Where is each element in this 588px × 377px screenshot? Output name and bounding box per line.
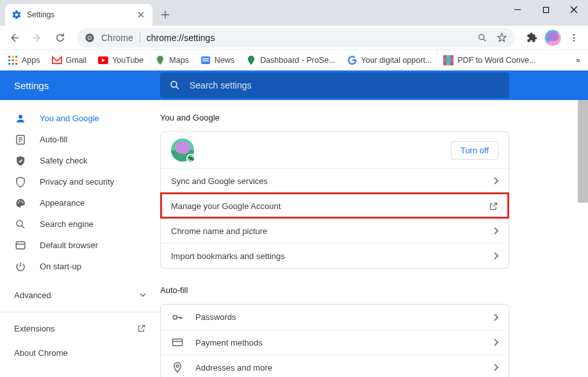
maximize-button[interactable]	[532, 0, 560, 19]
settings-title: Settings	[0, 80, 160, 91]
nav-privacy[interactable]: Privacy and security	[0, 171, 160, 192]
bookmark-dashboard[interactable]: Dashboard - ProSe...	[246, 55, 335, 65]
turn-off-button[interactable]: Turn off	[451, 141, 498, 160]
menu-icon[interactable]	[564, 28, 584, 48]
dashboard-icon	[246, 55, 256, 65]
advanced-label: Advanced	[14, 290, 51, 300]
bookmark-label: YouTube	[112, 56, 143, 65]
apps-shortcut[interactable]: Apps	[8, 55, 40, 65]
search-icon	[169, 80, 181, 91]
settings-search-input[interactable]	[190, 80, 500, 90]
svg-rect-0	[543, 7, 548, 12]
nav-startup[interactable]: On start-up	[0, 256, 160, 277]
sync-badge-icon	[186, 154, 195, 163]
nav-about[interactable]: About Chrome	[0, 340, 160, 365]
minimize-button[interactable]	[503, 0, 532, 19]
svg-point-6	[573, 37, 575, 38]
zoom-icon[interactable]	[477, 33, 487, 43]
row-sync[interactable]: Sync and Google services	[161, 168, 509, 193]
bookmark-pdf[interactable]: PDF to Word Conve...	[443, 55, 535, 65]
profile-avatar	[171, 138, 194, 162]
news-icon	[200, 55, 211, 65]
extensions-label: Extensions	[14, 324, 55, 333]
window-controls	[503, 0, 588, 19]
row-name-picture[interactable]: Chrome name and picture	[161, 218, 509, 243]
main: You and Google Auto-fill Safety check Pr…	[0, 100, 588, 377]
key-icon	[171, 311, 184, 324]
svg-rect-35	[173, 339, 183, 346]
svg-rect-24	[443, 58, 453, 62]
window-close-button[interactable]	[560, 0, 588, 19]
power-icon	[14, 260, 27, 273]
row-label: Import bookmarks and settings	[171, 251, 285, 261]
sidebar-divider	[0, 312, 160, 312]
svg-rect-20	[202, 58, 209, 60]
back-button[interactable]	[4, 28, 24, 48]
bookmarks-overflow[interactable]: »	[576, 56, 580, 65]
location-icon	[171, 361, 184, 374]
nav-label: Search engine	[40, 219, 94, 229]
profile-avatar-toolbar[interactable]	[544, 29, 561, 46]
svg-rect-33	[16, 242, 25, 249]
bookmark-label: PDF to Word Conve...	[457, 56, 535, 65]
bookmark-news[interactable]: News	[200, 55, 234, 65]
nav-appearance[interactable]: Appearance	[0, 192, 160, 214]
omnibox-url: chrome://settings	[147, 33, 215, 43]
svg-point-25	[171, 81, 177, 87]
svg-point-4	[479, 34, 484, 39]
search-icon	[14, 218, 27, 231]
svg-point-32	[17, 221, 22, 226]
reload-button[interactable]	[50, 28, 70, 48]
about-label: About Chrome	[14, 348, 68, 358]
scrollbar-thumb[interactable]	[578, 100, 588, 203]
svg-rect-8	[8, 56, 10, 58]
svg-point-36	[176, 365, 179, 367]
google-g-icon	[347, 55, 357, 65]
bookmark-gmail[interactable]: Gmail	[52, 55, 87, 65]
nav-default-browser[interactable]: Default browser	[0, 235, 160, 256]
omnibox[interactable]: Chrome chrome://settings	[77, 28, 515, 47]
new-tab-button[interactable]	[156, 6, 174, 24]
scrollbar[interactable]	[578, 100, 588, 203]
browser-tab[interactable]: Settings	[5, 4, 152, 26]
gmail-icon	[52, 55, 62, 65]
row-passwords[interactable]: Passwords	[161, 305, 509, 330]
content: You and Google Turn off Sync and Google …	[160, 100, 588, 377]
close-icon[interactable]	[136, 10, 146, 20]
svg-point-34	[173, 315, 177, 319]
nav-you-and-google[interactable]: You and Google	[0, 108, 160, 129]
bookmark-youtube[interactable]: YouTube	[98, 55, 143, 65]
svg-point-30	[21, 200, 22, 201]
row-addresses[interactable]: Addresses and more	[161, 355, 509, 377]
omnibox-prefix: Chrome	[101, 33, 133, 43]
svg-rect-12	[12, 59, 14, 61]
apps-icon	[8, 55, 18, 65]
row-manage-account[interactable]: Manage your Google Account	[161, 193, 509, 218]
chevron-right-icon	[493, 314, 498, 321]
svg-point-18	[159, 58, 161, 60]
nav-extensions[interactable]: Extensions	[0, 316, 160, 340]
forward-button[interactable]	[27, 28, 47, 48]
nav-safety[interactable]: Safety check	[0, 150, 160, 171]
settings-search[interactable]	[160, 72, 509, 98]
svg-point-5	[573, 34, 575, 36]
row-label: Addresses and more	[195, 363, 272, 373]
row-payment[interactable]: Payment methods	[161, 330, 509, 355]
settings-header: Settings	[0, 71, 588, 100]
row-label: Chrome name and picture	[171, 226, 267, 236]
bookmark-label: Maps	[169, 56, 189, 65]
extensions-icon[interactable]	[521, 28, 542, 48]
nav-search-engine[interactable]: Search engine	[0, 214, 160, 235]
section-heading-you-and-google: You and Google	[160, 113, 509, 122]
sidebar: You and Google Auto-fill Safety check Pr…	[0, 100, 160, 377]
titlebar: Settings	[0, 0, 588, 26]
star-icon[interactable]	[496, 32, 507, 43]
svg-point-31	[22, 202, 24, 203]
row-import[interactable]: Import bookmarks and settings	[161, 243, 509, 268]
nav-label: Auto-fill	[40, 135, 67, 144]
nav-autofill[interactable]: Auto-fill	[0, 129, 160, 150]
bookmark-maps[interactable]: Maps	[155, 55, 189, 65]
bookmark-digital[interactable]: Your digital opport...	[347, 55, 432, 65]
nav-advanced[interactable]: Advanced	[0, 282, 160, 308]
maps-icon	[155, 55, 165, 65]
